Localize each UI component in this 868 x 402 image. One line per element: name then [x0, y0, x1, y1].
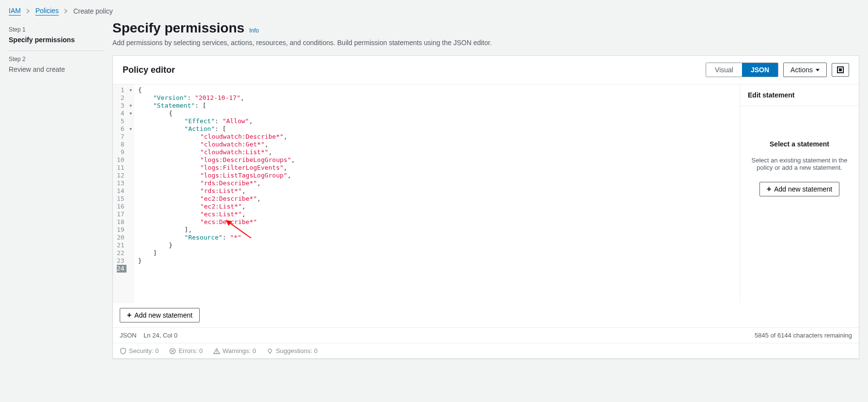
line-number[interactable]: 17: [117, 210, 126, 218]
code-line[interactable]: }: [138, 257, 736, 265]
page-header: Specify permissions Info Add permissions…: [112, 20, 859, 47]
code-line[interactable]: "Resource": "*": [138, 234, 736, 241]
status-cursor: Ln 24, Col 0: [143, 332, 177, 339]
fold-toggle: [127, 141, 134, 148]
line-number[interactable]: 19: [117, 226, 126, 234]
fold-toggle[interactable]: ▼: [127, 102, 134, 110]
code-line[interactable]: "cloudwatch:Describe*",: [138, 133, 736, 141]
step1-name[interactable]: Specify permissions: [9, 33, 104, 50]
status-suggestions[interactable]: Suggestions: 0: [267, 347, 317, 354]
plus-icon: +: [767, 186, 771, 193]
breadcrumb-policies[interactable]: Policies: [35, 7, 59, 16]
caret-down-icon: [816, 69, 820, 71]
code-line[interactable]: "logs:FilterLogEvents",: [138, 164, 736, 172]
fold-toggle: [127, 226, 134, 234]
sidepanel-empty-text: Select an existing statement in the poli…: [748, 157, 851, 171]
line-number[interactable]: 15: [117, 195, 126, 203]
code-line[interactable]: "rds:Describe*",: [138, 179, 736, 187]
fold-toggle: [127, 203, 134, 210]
fold-toggle: [127, 195, 134, 203]
line-number[interactable]: 12: [117, 172, 126, 179]
tab-json[interactable]: JSON: [742, 63, 778, 77]
line-number[interactable]: 11: [117, 164, 126, 172]
fold-toggle: [127, 234, 134, 241]
sidepanel-empty-title: Select a statement: [770, 140, 829, 148]
lightbulb-icon: [267, 348, 273, 354]
code-line[interactable]: "logs:ListTagsLogGroup",: [138, 172, 736, 179]
code-line[interactable]: [138, 265, 736, 273]
code-line[interactable]: "ecs:Describe*": [138, 218, 736, 226]
fold-toggle[interactable]: ▼: [127, 110, 134, 117]
edit-statement-sidepanel: Edit statement Select a statement Select…: [740, 84, 859, 303]
breadcrumb-iam[interactable]: IAM: [9, 7, 21, 16]
fold-toggle: [127, 265, 134, 273]
code-line[interactable]: "Version": "2012-10-17",: [138, 94, 736, 102]
validation-status-bar: Security: 0 Errors: 0 Warnings: 0 Sugges…: [113, 343, 859, 358]
line-number[interactable]: 20: [117, 234, 126, 241]
svg-point-6: [217, 352, 217, 353]
code-line[interactable]: "ec2:List*",: [138, 203, 736, 210]
line-number[interactable]: 7: [117, 133, 126, 141]
code-line[interactable]: "cloudwatch:List*",: [138, 148, 736, 156]
status-security[interactable]: Security: 0: [120, 347, 158, 354]
policy-editor-panel: Policy editor Visual JSON Actions: [112, 55, 859, 359]
status-warnings[interactable]: Warnings: 0: [213, 347, 256, 354]
code-line[interactable]: "cloudwatch:Get*",: [138, 141, 736, 148]
fold-toggle: [127, 218, 134, 226]
plus-icon: +: [127, 312, 131, 319]
fold-toggle: [127, 156, 134, 164]
code-line[interactable]: "ecs:List*",: [138, 210, 736, 218]
fold-toggle[interactable]: ▼: [127, 125, 134, 133]
warning-icon: [213, 348, 220, 354]
line-number[interactable]: 13: [117, 179, 126, 187]
step-divider: [9, 50, 104, 51]
line-number[interactable]: 23: [117, 257, 126, 265]
line-number[interactable]: 24: [117, 265, 126, 273]
status-errors[interactable]: Errors: 0: [169, 347, 203, 354]
actions-dropdown[interactable]: Actions: [783, 63, 827, 77]
breadcrumb: IAM Policies Create policy: [0, 0, 868, 18]
add-statement-button[interactable]: + Add new statement: [120, 308, 200, 322]
line-number[interactable]: 2: [117, 94, 126, 102]
fold-toggle[interactable]: ▼: [127, 86, 134, 94]
tab-visual[interactable]: Visual: [706, 63, 742, 77]
code-line[interactable]: "Effect": "Allow",: [138, 117, 736, 125]
line-number[interactable]: 10: [117, 156, 126, 164]
step2-name[interactable]: Review and create: [9, 63, 104, 80]
fullscreen-button[interactable]: [832, 63, 849, 77]
line-number[interactable]: 9: [117, 148, 126, 156]
info-link[interactable]: Info: [249, 27, 259, 34]
error-icon: [169, 348, 176, 354]
line-number[interactable]: 21: [117, 241, 126, 249]
line-number[interactable]: 1: [117, 86, 126, 94]
fold-toggle: [127, 172, 134, 179]
chevron-right-icon: [26, 7, 31, 15]
code-line[interactable]: }: [138, 241, 736, 249]
line-number[interactable]: 3: [117, 102, 126, 110]
actions-label: Actions: [790, 66, 813, 74]
step2-label: Step 2: [9, 56, 104, 63]
code-line[interactable]: {: [138, 86, 736, 94]
code-line[interactable]: {: [138, 110, 736, 117]
line-number[interactable]: 8: [117, 141, 126, 148]
code-line[interactable]: "Statement": [: [138, 102, 736, 110]
line-number[interactable]: 14: [117, 187, 126, 195]
code-line[interactable]: "Action": [: [138, 125, 736, 133]
code-line[interactable]: "rds:List*",: [138, 187, 736, 195]
line-number[interactable]: 22: [117, 249, 126, 257]
line-number[interactable]: 18: [117, 218, 126, 226]
fullscreen-icon: [837, 66, 844, 73]
line-number[interactable]: 16: [117, 203, 126, 210]
page-title: Specify permissions: [112, 20, 244, 36]
json-editor[interactable]: 123456789101112131415161718192021222324 …: [113, 84, 740, 303]
sidepanel-add-statement-button[interactable]: + Add new statement: [759, 182, 839, 196]
status-remaining: 5845 of 6144 characters remaining: [755, 332, 852, 339]
line-number[interactable]: 4: [117, 110, 126, 117]
code-line[interactable]: "logs:DescribeLogGroups",: [138, 156, 736, 164]
code-line[interactable]: "ec2:Describe*",: [138, 195, 736, 203]
sidepanel-title: Edit statement: [740, 84, 859, 106]
line-number[interactable]: 6: [117, 125, 126, 133]
code-line[interactable]: ]: [138, 249, 736, 257]
line-number[interactable]: 5: [117, 117, 126, 125]
code-line[interactable]: ],: [138, 226, 736, 234]
